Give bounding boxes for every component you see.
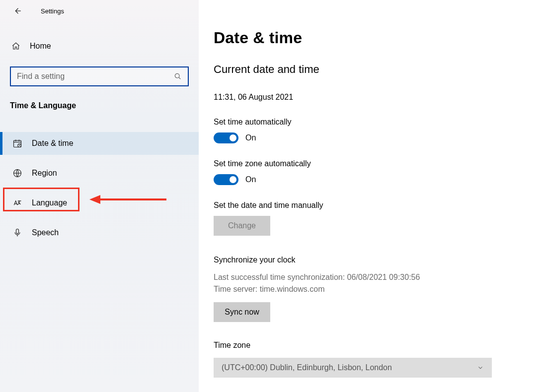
time-zone-dropdown[interactable]: (UTC+00:00) Dublin, Edinburgh, Lisbon, L…: [214, 358, 492, 378]
section-current-datetime: Current date and time: [214, 63, 542, 76]
nav-item-region[interactable]: Region: [0, 162, 199, 185]
nav-label: Language: [32, 198, 67, 207]
auto-tz-toggle-row: On: [214, 174, 542, 185]
time-zone-label: Time zone: [214, 341, 542, 350]
microphone-icon: [12, 228, 23, 238]
arrow-left-icon: [13, 6, 22, 15]
window-title: Settings: [41, 7, 64, 15]
auto-time-label: Set time automatically: [214, 118, 542, 127]
search-box[interactable]: [10, 66, 189, 86]
svg-point-0: [175, 73, 179, 78]
sync-info: Last successful time synchronization: 06…: [214, 271, 542, 295]
sidebar: Settings Home Time & Language Date & t: [0, 0, 199, 392]
nav-label: Region: [32, 169, 57, 178]
sync-label: Synchronize your clock: [214, 256, 542, 264]
auto-tz-state: On: [245, 175, 256, 184]
sync-server: Time server: time.windows.com: [214, 283, 542, 295]
manual-datetime-label: Set the date and time manually: [214, 201, 542, 210]
nav-item-speech[interactable]: Speech: [0, 221, 199, 244]
sync-last: Last successful time synchronization: 06…: [214, 271, 542, 283]
auto-time-state: On: [245, 133, 256, 142]
chevron-down-icon: [477, 364, 484, 371]
search-icon: [174, 72, 182, 80]
time-zone-value: (UTC+00:00) Dublin, Edinburgh, Lisbon, L…: [222, 363, 392, 372]
category-header: Time & Language: [10, 101, 199, 110]
search-container: [10, 66, 189, 86]
search-input[interactable]: [17, 72, 174, 81]
sync-now-button[interactable]: Sync now: [214, 302, 270, 322]
change-button: Change: [214, 216, 270, 236]
nav-item-date-time[interactable]: Date & time: [0, 132, 199, 155]
main-content: Date & time Current date and time 11:31,…: [199, 0, 542, 392]
calendar-clock-icon: [12, 138, 23, 148]
nav-item-language[interactable]: Language: [0, 192, 199, 214]
auto-time-toggle-row: On: [214, 132, 542, 143]
svg-rect-4: [16, 229, 19, 234]
home-icon: [11, 42, 21, 51]
nav-list: Date & time Region Language Speech: [0, 132, 199, 244]
page-title: Date & time: [214, 29, 542, 47]
home-nav[interactable]: Home: [0, 35, 199, 58]
auto-tz-label: Set time zone automatically: [214, 159, 542, 168]
nav-label: Date & time: [32, 139, 74, 148]
back-button[interactable]: [10, 3, 25, 18]
globe-icon: [12, 168, 23, 178]
auto-tz-toggle[interactable]: [214, 174, 238, 185]
current-datetime-value: 11:31, 06 August 2021: [214, 93, 542, 102]
nav-label: Speech: [32, 228, 59, 237]
home-label: Home: [30, 42, 51, 51]
auto-time-toggle[interactable]: [214, 132, 238, 143]
language-icon: [12, 198, 23, 208]
topbar: Settings: [0, 0, 199, 22]
